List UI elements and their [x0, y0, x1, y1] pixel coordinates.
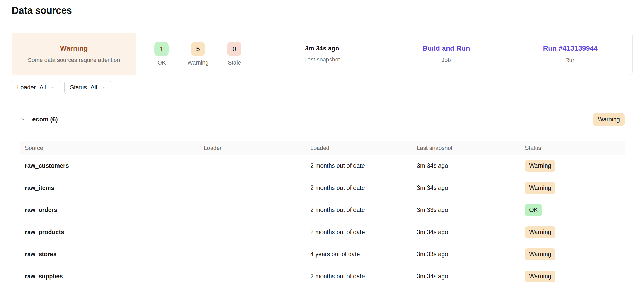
loaded-cell: 2 months out of date: [310, 229, 417, 236]
chevron-down-icon[interactable]: [20, 117, 25, 122]
page-header: Data sources: [0, 0, 644, 21]
status-badge: Warning: [525, 271, 555, 282]
last-snapshot-cell: 3m 34s ago: [417, 184, 525, 191]
table-row[interactable]: raw_items 2 months out of date 3m 34s ag…: [20, 177, 625, 199]
column-header-loaded: Loaded: [310, 145, 417, 151]
summary-job: Build and Run Job: [384, 33, 508, 75]
loaded-cell: 2 months out of date: [310, 273, 417, 280]
table-row[interactable]: raw_products 2 months out of date 3m 34s…: [20, 221, 625, 243]
status-cell: OK: [525, 204, 625, 216]
status-badge: Warning: [525, 248, 555, 260]
stale-count-label: Stale: [228, 59, 241, 66]
summary-card: Warning Some data sources require attent…: [12, 33, 633, 75]
overall-status-description: Some data sources require attention: [28, 57, 120, 63]
status-badge: Warning: [525, 160, 555, 172]
page-title: Data sources: [12, 5, 72, 16]
status-filter-value: All: [90, 84, 97, 91]
loader-filter-value: All: [40, 84, 46, 91]
source-name: raw_items: [20, 184, 204, 191]
last-snapshot-cell: 3m 33s ago: [417, 207, 525, 214]
loader-filter-dropdown[interactable]: Loader All: [12, 81, 60, 94]
column-header-last-snapshot: Last snapshot: [417, 145, 525, 151]
loaded-cell: 2 months out of date: [310, 162, 417, 169]
last-snapshot-cell: 3m 34s ago: [417, 162, 525, 169]
table-body: raw_customers 2 months out of date 3m 34…: [20, 155, 625, 287]
section-divider: [12, 102, 633, 102]
chevron-down-icon: [101, 85, 106, 90]
stale-count-badge: 0: [227, 42, 241, 56]
run-label: Run: [565, 57, 575, 63]
status-cell: Warning: [525, 160, 625, 172]
ecom-group-section: ecom (6) Warning Source Loader Loaded La…: [20, 112, 625, 287]
run-link[interactable]: Run #413139944: [543, 44, 598, 53]
filter-bar: Loader All Status All: [12, 81, 633, 94]
status-filter-label: Status: [70, 84, 87, 91]
source-name: raw_products: [20, 229, 204, 236]
table-row[interactable]: raw_stores 4 years out of date 3m 33s ag…: [20, 243, 625, 265]
loaded-cell: 2 months out of date: [310, 184, 417, 191]
overall-status-label: Warning: [60, 44, 88, 53]
summary-last-snapshot: 3m 34s ago Last snapshot: [260, 33, 384, 75]
count-ok: 1 OK: [154, 42, 169, 66]
loader-filter-label: Loader: [17, 84, 36, 91]
last-snapshot-cell: 3m 34s ago: [417, 273, 525, 280]
source-name: raw_orders: [20, 207, 204, 214]
count-warning: 5 Warning: [187, 42, 208, 66]
loaded-cell: 4 years out of date: [310, 251, 417, 258]
warning-count-label: Warning: [187, 59, 208, 66]
data-sources-table: Source Loader Loaded Last snapshot Statu…: [20, 141, 625, 287]
warning-count-badge: 5: [191, 42, 205, 56]
column-header-source: Source: [20, 145, 204, 151]
status-badge: Warning: [525, 182, 555, 194]
group-status-badge: Warning: [593, 113, 625, 126]
group-title: ecom (6): [32, 116, 58, 123]
source-name: raw_stores: [20, 251, 204, 258]
summary-overall-status: Warning Some data sources require attent…: [12, 33, 136, 75]
last-snapshot-cell: 3m 34s ago: [417, 229, 525, 236]
table-row[interactable]: raw_orders 2 months out of date 3m 33s a…: [20, 199, 625, 221]
summary-counts: 1 OK 5 Warning 0 Stale: [136, 33, 260, 75]
count-stale: 0 Stale: [227, 42, 241, 66]
ok-count-label: OK: [157, 59, 166, 66]
column-header-status: Status: [525, 145, 625, 151]
source-name: raw_supplies: [20, 273, 204, 280]
status-cell: Warning: [525, 182, 625, 194]
job-label: Job: [442, 57, 451, 63]
chevron-down-icon: [50, 85, 55, 90]
status-cell: Warning: [525, 226, 625, 238]
status-cell: Warning: [525, 248, 625, 260]
table-row[interactable]: raw_supplies 2 months out of date 3m 34s…: [20, 265, 625, 287]
job-link[interactable]: Build and Run: [423, 44, 470, 53]
last-snapshot-label: Last snapshot: [304, 56, 340, 63]
last-snapshot-value: 3m 34s ago: [305, 45, 339, 52]
loaded-cell: 2 months out of date: [310, 207, 417, 214]
status-filter-dropdown[interactable]: Status All: [64, 81, 111, 94]
main-content: Warning Some data sources require attent…: [0, 33, 644, 287]
status-counts: 1 OK 5 Warning 0 Stale: [154, 42, 241, 66]
ok-count-badge: 1: [154, 42, 169, 56]
source-name: raw_customers: [20, 162, 204, 169]
last-snapshot-cell: 3m 33s ago: [417, 251, 525, 258]
table-row[interactable]: raw_customers 2 months out of date 3m 34…: [20, 155, 625, 177]
status-badge: Warning: [525, 226, 555, 238]
summary-run: Run #413139944 Run: [508, 33, 632, 75]
group-header[interactable]: ecom (6) Warning: [20, 112, 625, 127]
table-header-row: Source Loader Loaded Last snapshot Statu…: [20, 141, 625, 155]
status-badge: OK: [525, 204, 542, 216]
status-cell: Warning: [525, 271, 625, 282]
column-header-loader: Loader: [204, 145, 310, 151]
